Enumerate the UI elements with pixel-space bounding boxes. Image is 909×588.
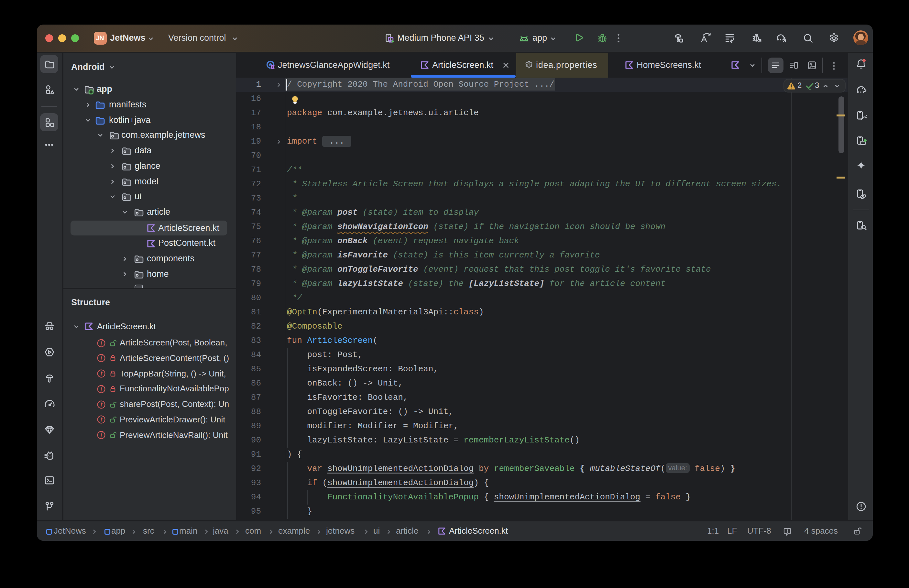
svg-text:f: f (101, 354, 103, 362)
svg-text:f: f (101, 401, 103, 408)
svg-text:f: f (101, 370, 103, 377)
svg-text:f: f (101, 431, 103, 439)
svg-text:f: f (101, 385, 103, 393)
svg-text:f: f (101, 339, 103, 346)
svg-text:f: f (101, 416, 103, 423)
